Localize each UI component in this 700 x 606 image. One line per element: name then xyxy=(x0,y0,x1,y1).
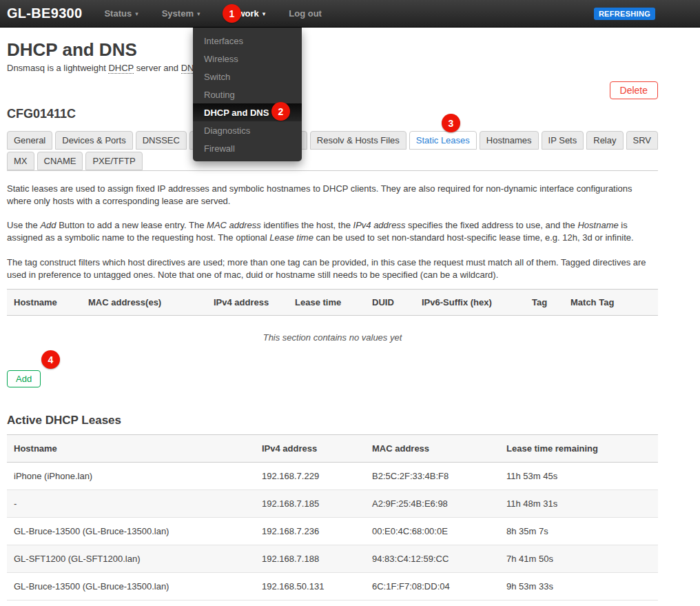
tab-general[interactable]: General xyxy=(7,131,52,150)
cell-mac: 94:83:C4:12:59:CC xyxy=(372,554,506,564)
delete-button-row: Delete xyxy=(7,81,658,101)
cell-ipv4: 192.168.7.236 xyxy=(262,526,372,536)
nav-item-system[interactable]: System ▾ xyxy=(162,8,200,19)
description-paragraph-1: Static leases are used to assign fixed I… xyxy=(7,183,658,208)
column-header-hostname: Hostname xyxy=(14,297,88,307)
chevron-down-icon: ▾ xyxy=(262,11,266,17)
chevron-down-icon: ▾ xyxy=(135,11,138,17)
column-header-tag: Tag xyxy=(532,297,570,307)
column-header-hostname: Hostname xyxy=(14,443,262,454)
column-header-duid: DUID xyxy=(372,297,422,307)
tab-srv[interactable]: SRV xyxy=(626,131,659,150)
tab-resolv-hosts-files[interactable]: Resolv & Hosts Files xyxy=(310,131,406,150)
tab-dnssec[interactable]: DNSSEC xyxy=(136,131,187,150)
tab-relay[interactable]: Relay xyxy=(586,131,623,150)
cell-ipv4: 192.168.7.188 xyxy=(262,554,372,564)
cell-hostname: - xyxy=(14,498,262,509)
empty-state-text: This section contains no values yet xyxy=(7,332,658,343)
column-header-mac-addresses: MAC address(es) xyxy=(88,297,214,307)
cell-ipv4: 192.168.50.131 xyxy=(262,581,372,592)
refreshing-status-badge: REFRESHING xyxy=(594,8,655,20)
cell-remaining: 11h 48m 31s xyxy=(506,498,658,509)
table-row: GL-Bruce-13500 (GL-Bruce-13500.lan) 192.… xyxy=(7,573,658,600)
config-section-title: CFG01411C xyxy=(7,107,658,121)
tab-hostnames[interactable]: Hostnames xyxy=(480,131,539,150)
description-paragraph-3: The tag construct filters which host dir… xyxy=(7,256,658,281)
cell-mac: 6C:1F:F7:08:DD:04 xyxy=(372,581,506,592)
active-dhcp-leases-title: Active DHCP Leases xyxy=(7,414,658,427)
cell-mac: A2:9F:25:4B:E6:98 xyxy=(372,498,506,509)
cell-remaining: 8h 35m 7s xyxy=(506,526,658,536)
tab-ip-sets[interactable]: IP Sets xyxy=(542,131,584,150)
cell-hostname: GL-SFT1200 (GL-SFT1200.lan) xyxy=(14,554,262,564)
cell-ipv4: 192.168.7.185 xyxy=(262,498,372,509)
chevron-down-icon: ▾ xyxy=(197,11,200,17)
network-dropdown-menu: Interfaces Wireless Switch Routing DHCP … xyxy=(193,28,302,161)
table-row: iPhone (iPhone.lan) 192.168.7.229 B2:5C:… xyxy=(7,463,658,490)
column-header-lease-time: Lease time xyxy=(295,297,372,307)
table-row: GL-SFT1200 (GL-SFT1200.lan) 192.168.7.18… xyxy=(7,545,658,573)
static-leases-table-header: Hostname MAC address(es) IPv4 address Le… xyxy=(7,289,658,316)
menu-item-diagnostics[interactable]: Diagnostics xyxy=(193,121,302,139)
column-header-ipv4-address: IPv4 address xyxy=(262,443,372,454)
annotation-badge-4: 4 xyxy=(41,350,60,369)
annotation-badge-3: 3 xyxy=(442,114,460,132)
table-row: - 192.168.7.185 A2:9F:25:4B:E6:98 11h 48… xyxy=(7,490,658,518)
cell-mac: 00:E0:4C:68:00:0E xyxy=(372,526,506,536)
top-navbar: GL-BE9300 Status ▾ System ▾ Network ▾ Lo… xyxy=(0,0,700,28)
menu-item-firewall[interactable]: Firewall xyxy=(193,139,302,157)
column-header-mac-address: MAC address xyxy=(372,443,506,454)
cell-remaining: 9h 53m 33s xyxy=(506,581,658,592)
tabs-row-2: MX CNAME PXE/TFTP xyxy=(7,152,658,170)
tabs-separator-line xyxy=(7,170,658,171)
page-content: DHCP and DNS Dnsmasq is a lightweight DH… xyxy=(0,40,700,600)
column-header-match-tag: Match Tag xyxy=(570,297,658,307)
tab-cname[interactable]: CNAME xyxy=(37,152,83,170)
brand-logo: GL-BE9300 xyxy=(7,6,82,21)
page-title: DHCP and DNS xyxy=(7,40,658,61)
menu-item-interfaces[interactable]: Interfaces xyxy=(193,32,302,50)
cell-mac: B2:5C:2F:33:4B:F8 xyxy=(372,471,506,481)
tab-mx[interactable]: MX xyxy=(7,152,34,170)
menu-item-wireless[interactable]: Wireless xyxy=(193,50,302,68)
cell-hostname: GL-Bruce-13500 (GL-Bruce-13500.lan) xyxy=(14,526,262,536)
column-header-lease-time-remaining: Lease time remaining xyxy=(506,443,658,454)
tab-devices-ports[interactable]: Devices & Ports xyxy=(55,131,132,150)
table-header-row: Hostname IPv4 address MAC address Lease … xyxy=(7,434,658,463)
tab-static-leases[interactable]: Static Leases xyxy=(409,131,477,150)
active-leases-table: Hostname IPv4 address MAC address Lease … xyxy=(7,434,658,600)
table-row: GL-Bruce-13500 (GL-Bruce-13500.lan) 192.… xyxy=(7,518,658,545)
description-paragraph-2: Use the Add Button to add a new lease en… xyxy=(7,219,658,244)
add-button[interactable]: Add xyxy=(7,370,41,387)
annotation-badge-2: 2 xyxy=(271,102,290,121)
column-header-ipv4-address: IPv4 address xyxy=(214,297,295,307)
nav-item-logout[interactable]: Log out xyxy=(289,8,322,19)
delete-button[interactable]: Delete xyxy=(610,81,658,99)
tab-pxe-tftp[interactable]: PXE/TFTP xyxy=(85,152,142,170)
annotation-badge-1: 1 xyxy=(223,4,241,23)
menu-item-routing[interactable]: Routing xyxy=(193,85,302,103)
cell-hostname: iPhone (iPhone.lan) xyxy=(14,471,262,481)
tabs-row-1: General Devices & Ports DNSSEC Filter Lo… xyxy=(7,131,658,150)
nav-item-status[interactable]: Status ▾ xyxy=(104,8,138,19)
cell-remaining: 7h 41m 50s xyxy=(506,554,658,564)
column-header-ipv6-suffix: IPv6-Suffix (hex) xyxy=(422,297,532,307)
page-subtitle: Dnsmasq is a lightweight DHCP server and… xyxy=(7,63,658,73)
menu-item-switch[interactable]: Switch xyxy=(193,68,302,85)
add-button-row: Add xyxy=(7,370,658,387)
cell-remaining: 11h 53m 45s xyxy=(506,471,658,481)
cell-ipv4: 192.168.7.229 xyxy=(262,471,372,481)
cell-hostname: GL-Bruce-13500 (GL-Bruce-13500.lan) xyxy=(14,581,262,592)
